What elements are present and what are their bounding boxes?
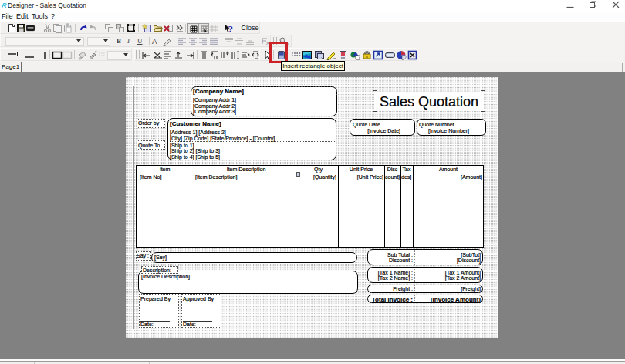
svg-text:?: ? (228, 23, 234, 34)
